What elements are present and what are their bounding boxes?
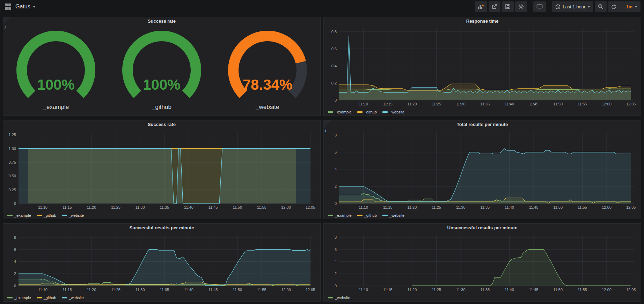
legend-item-_example[interactable]: _example (328, 213, 352, 217)
panel-title[interactable]: Successful results per minute (3, 224, 320, 232)
successful-results-chart: 11:1011:1511:2011:2511:3011:3511:4011:45… (5, 232, 317, 293)
panel-info-icon[interactable]: i (324, 120, 331, 128)
svg-text:11:30: 11:30 (136, 288, 145, 292)
legend-series-color (62, 297, 67, 298)
svg-text:11:50: 11:50 (553, 205, 563, 209)
refresh-interval-label: 1m (626, 4, 632, 9)
legend-item-_website[interactable]: _website (328, 296, 350, 300)
svg-text:1.00: 1.00 (9, 147, 16, 151)
legend-item-_website[interactable]: _website (382, 110, 404, 114)
svg-text:11:55: 11:55 (578, 288, 587, 292)
cycle-view-mode-button[interactable] (533, 1, 546, 12)
svg-text:11:45: 11:45 (208, 205, 218, 209)
panel-title[interactable]: Response time (324, 17, 641, 25)
chevron-down-icon (635, 6, 637, 8)
svg-text:12:00: 12:00 (281, 205, 291, 209)
gauge-_example: 100%_example (14, 30, 98, 111)
legend-series-color (357, 215, 363, 216)
panel-title[interactable]: Success rate (3, 120, 320, 129)
panel-title[interactable]: Success rate (3, 17, 320, 25)
svg-text:11:30: 11:30 (456, 205, 466, 209)
svg-text:2: 2 (335, 184, 337, 188)
panel-successful-results: Successful results per minute 11:1011:15… (3, 223, 321, 302)
svg-text:12:00: 12:00 (602, 288, 612, 292)
panel-title[interactable]: Unsuccessful results per minute (324, 224, 641, 232)
dashboard-title: Gatus (15, 3, 30, 10)
panel-info-icon[interactable]: i (3, 17, 11, 25)
legend-series-name: _github (44, 296, 56, 300)
legend-series-color (328, 111, 333, 113)
divider (621, 4, 621, 9)
legend-item-_website[interactable]: _website (62, 213, 84, 217)
legend-item-_website[interactable]: _website (382, 213, 404, 217)
legend-series-color (382, 111, 388, 113)
dashboard-title-dropdown[interactable]: Gatus (15, 3, 36, 10)
chart-canvas: 11:1011:1511:2011:2511:3011:3511:4011:45… (326, 129, 638, 210)
zoom-out-icon (598, 4, 603, 9)
svg-text:11:55: 11:55 (578, 102, 587, 106)
share-dashboard-button[interactable] (489, 1, 500, 12)
zoom-out-time-range-button[interactable] (595, 1, 607, 12)
legend-item-_example[interactable]: _example (7, 296, 31, 300)
svg-text:11:40: 11:40 (184, 205, 193, 209)
svg-text:11:35: 11:35 (160, 205, 169, 209)
legend-series-color (7, 297, 13, 298)
panel-success-rate-graph: Success rate 11:1011:1511:2011:2511:3011… (3, 120, 321, 219)
gauge-value: 78.34% (242, 76, 292, 93)
svg-text:0: 0 (335, 284, 337, 288)
svg-text:0.4: 0.4 (331, 64, 337, 68)
legend-series-name: _website (389, 213, 404, 217)
svg-text:0.6: 0.6 (331, 47, 337, 51)
svg-text:11:10: 11:10 (359, 102, 368, 106)
svg-text:11:10: 11:10 (38, 205, 47, 209)
time-range-picker-button[interactable]: Last 1 hour (552, 1, 593, 12)
unsuccessful-results-chart: 11:1011:1511:2011:2511:3011:3511:4011:45… (326, 232, 638, 293)
svg-text:6: 6 (14, 247, 16, 252)
svg-text:0: 0 (335, 201, 337, 206)
svg-text:12:00: 12:00 (602, 102, 612, 106)
legend-item-_example[interactable]: _example (7, 213, 31, 217)
svg-text:6: 6 (335, 247, 337, 252)
legend-item-_github[interactable]: _github (37, 296, 56, 300)
legend-item-_github[interactable]: _github (357, 213, 377, 217)
svg-text:11:10: 11:10 (38, 288, 47, 292)
legend-series-color (328, 297, 333, 298)
legend-item-_github[interactable]: _github (37, 213, 56, 217)
legend-item-_website[interactable]: _website (62, 296, 84, 300)
svg-text:6: 6 (335, 150, 337, 154)
svg-text:11:45: 11:45 (529, 205, 539, 209)
share-icon (492, 4, 497, 9)
panel-title[interactable]: Total results per minute (324, 120, 641, 129)
tv-monitor-icon (536, 4, 543, 9)
panel-total-results: i Total results per minute 11:1011:1511:… (323, 120, 641, 219)
legend-item-_github[interactable]: _github (357, 110, 377, 114)
svg-text:12:05: 12:05 (626, 102, 636, 106)
navbar: Gatus (0, 0, 644, 13)
svg-text:11:15: 11:15 (383, 205, 393, 209)
svg-text:11:25: 11:25 (432, 288, 441, 292)
refresh-picker-button[interactable]: 1m (608, 1, 641, 12)
svg-text:11:50: 11:50 (553, 288, 563, 292)
add-panel-button[interactable] (475, 1, 487, 12)
dashboards-grid-icon[interactable] (5, 3, 11, 10)
svg-text:8: 8 (335, 235, 337, 239)
svg-text:0: 0 (335, 98, 337, 102)
gauge-label: _example (43, 104, 69, 111)
save-icon (505, 4, 511, 9)
chart-canvas: 11:1011:1511:2011:2511:3011:3511:4011:45… (5, 129, 317, 210)
svg-text:2: 2 (14, 272, 16, 276)
success-rate-chart: 11:1011:1511:2011:2511:3011:3511:4011:45… (5, 129, 317, 210)
svg-text:11:45: 11:45 (529, 288, 539, 292)
save-dashboard-button[interactable] (502, 1, 514, 12)
legend-item-_example[interactable]: _example (328, 110, 352, 114)
svg-text:11:30: 11:30 (456, 102, 466, 106)
gauge-arc: 100% (14, 30, 98, 102)
dashboard-settings-button[interactable] (515, 1, 527, 12)
gauge-_website: 78.34%_website (226, 30, 309, 111)
svg-text:8: 8 (335, 133, 337, 137)
svg-text:4: 4 (335, 167, 337, 171)
legend-series-name: _example (335, 213, 352, 217)
svg-text:11:45: 11:45 (208, 288, 218, 292)
chart-canvas: 11:1011:1511:2011:2511:3011:3511:4011:45… (5, 232, 317, 293)
svg-text:2: 2 (335, 272, 337, 276)
